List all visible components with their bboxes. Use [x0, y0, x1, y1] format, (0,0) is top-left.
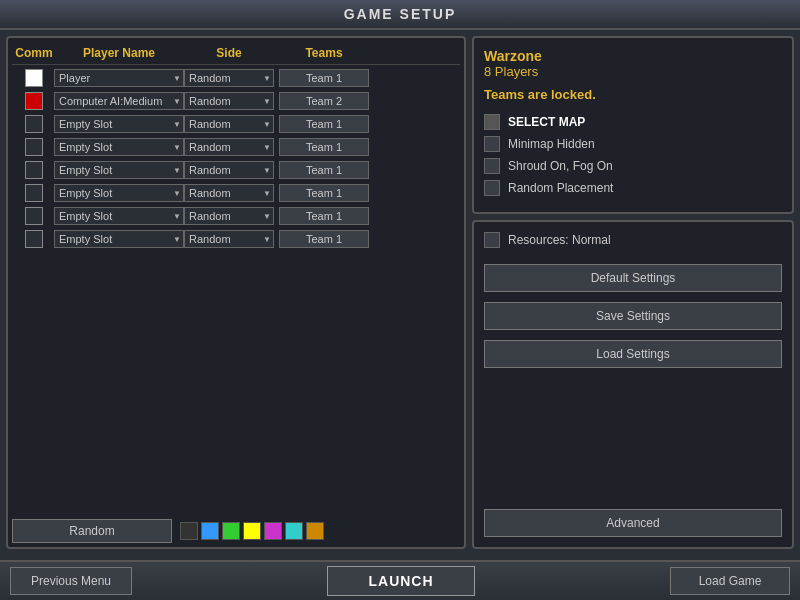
side-wrapper: Random [184, 230, 274, 248]
team-cell: Team 1 [274, 115, 374, 133]
resources-checkbox[interactable] [484, 232, 500, 248]
palette-color-yellow[interactable] [243, 522, 261, 540]
previous-menu-button[interactable]: Previous Menu [10, 567, 132, 595]
table-row: Empty Slot Random Team 1 [12, 182, 460, 204]
save-settings-button[interactable]: Save Settings [484, 302, 782, 330]
team-button[interactable]: Team 1 [279, 184, 369, 202]
team-button[interactable]: Team 1 [279, 115, 369, 133]
select-map-checkbox[interactable] [484, 114, 500, 130]
left-panel: Comm Player Name Side Teams Player Rando… [6, 36, 466, 549]
player-name-wrapper: Player [54, 69, 184, 87]
team-cell: Team 1 [274, 138, 374, 156]
side-select[interactable]: Random [184, 92, 274, 110]
player-name-select[interactable]: Empty Slot [54, 115, 184, 133]
comm-cell [14, 115, 54, 133]
table-row: Empty Slot Random Team 1 [12, 205, 460, 227]
option-random-placement[interactable]: Random Placement [484, 180, 782, 196]
side-select[interactable]: Random [184, 69, 274, 87]
team-button[interactable]: Team 1 [279, 69, 369, 87]
team-button[interactable]: Team 2 [279, 92, 369, 110]
palette-color-orange[interactable] [306, 522, 324, 540]
option-shroud-fog[interactable]: Shroud On, Fog On [484, 158, 782, 174]
side-wrapper: Random [184, 207, 274, 225]
side-wrapper: Random [184, 69, 274, 87]
side-select[interactable]: Random [184, 161, 274, 179]
side-select[interactable]: Random [184, 138, 274, 156]
random-placement-label: Random Placement [508, 181, 613, 195]
side-wrapper: Random [184, 184, 274, 202]
comm-cell [14, 184, 54, 202]
team-cell: Team 1 [274, 230, 374, 248]
player-name-select[interactable]: Empty Slot [54, 207, 184, 225]
shroud-fog-label: Shroud On, Fog On [508, 159, 613, 173]
palette-color-purple[interactable] [264, 522, 282, 540]
team-button[interactable]: Team 1 [279, 230, 369, 248]
player-name-select[interactable]: Empty Slot [54, 184, 184, 202]
left-bottom: Random [12, 513, 460, 543]
option-minimap-hidden[interactable]: Minimap Hidden [484, 136, 782, 152]
shroud-fog-checkbox[interactable] [484, 158, 500, 174]
random-button[interactable]: Random [12, 519, 172, 543]
palette-color-cyan[interactable] [285, 522, 303, 540]
default-settings-button[interactable]: Default Settings [484, 264, 782, 292]
side-select[interactable]: Random [184, 184, 274, 202]
palette-color-green[interactable] [222, 522, 240, 540]
load-game-button[interactable]: Load Game [670, 567, 790, 595]
comm-color-box[interactable] [25, 207, 43, 225]
select-map-label: SELECT MAP [508, 115, 585, 129]
load-settings-button[interactable]: Load Settings [484, 340, 782, 368]
comm-color-box[interactable] [25, 161, 43, 179]
comm-color-box[interactable] [25, 115, 43, 133]
side-wrapper: Random [184, 161, 274, 179]
comm-cell [14, 138, 54, 156]
right-panel: Warzone 8 Players Teams are locked. SELE… [472, 36, 794, 549]
player-name-wrapper: Empty Slot [54, 115, 184, 133]
palette-color-blue[interactable] [201, 522, 219, 540]
side-select[interactable]: Random [184, 115, 274, 133]
team-cell: Team 1 [274, 161, 374, 179]
comm-cell [14, 69, 54, 87]
player-name-wrapper: Empty Slot [54, 161, 184, 179]
player-name-wrapper: Empty Slot [54, 230, 184, 248]
advanced-button[interactable]: Advanced [484, 509, 782, 537]
player-name-select[interactable]: Empty Slot [54, 138, 184, 156]
comm-color-box[interactable] [25, 230, 43, 248]
team-cell: Team 1 [274, 207, 374, 225]
minimap-hidden-checkbox[interactable] [484, 136, 500, 152]
launch-button[interactable]: LAUNCH [327, 566, 474, 596]
comm-cell [14, 230, 54, 248]
team-cell: Team 1 [274, 184, 374, 202]
side-select[interactable]: Random [184, 207, 274, 225]
header-player-name: Player Name [54, 46, 184, 60]
team-button[interactable]: Team 1 [279, 207, 369, 225]
comm-color-box[interactable] [25, 69, 43, 87]
player-name-wrapper: Empty Slot [54, 207, 184, 225]
color-palette [180, 522, 324, 540]
team-button[interactable]: Team 1 [279, 138, 369, 156]
team-button[interactable]: Team 1 [279, 161, 369, 179]
header-side: Side [184, 46, 274, 60]
table-row: Computer AI:Medium Random Team 2 [12, 90, 460, 112]
player-name-wrapper: Computer AI:Medium [54, 92, 184, 110]
page-title: GAME SETUP [344, 6, 457, 22]
comm-cell [14, 207, 54, 225]
random-placement-checkbox[interactable] [484, 180, 500, 196]
player-name-select[interactable]: Computer AI:Medium [54, 92, 184, 110]
comm-color-box[interactable] [25, 184, 43, 202]
palette-color-dark[interactable] [180, 522, 198, 540]
team-cell: Team 1 [274, 69, 374, 87]
side-select[interactable]: Random [184, 230, 274, 248]
settings-panel: Resources: Normal Default Settings Save … [472, 220, 794, 549]
comm-color-box[interactable] [25, 138, 43, 156]
title-bar: GAME SETUP [0, 0, 800, 30]
player-name-select[interactable]: Empty Slot [54, 161, 184, 179]
player-name-select[interactable]: Player [54, 69, 184, 87]
team-cell: Team 2 [274, 92, 374, 110]
resources-label: Resources: Normal [508, 233, 611, 247]
map-players: 8 Players [484, 64, 782, 79]
table-row: Empty Slot Random Team 1 [12, 113, 460, 135]
comm-color-box[interactable] [25, 92, 43, 110]
player-name-select[interactable]: Empty Slot [54, 230, 184, 248]
option-select-map[interactable]: SELECT MAP [484, 114, 782, 130]
side-wrapper: Random [184, 138, 274, 156]
